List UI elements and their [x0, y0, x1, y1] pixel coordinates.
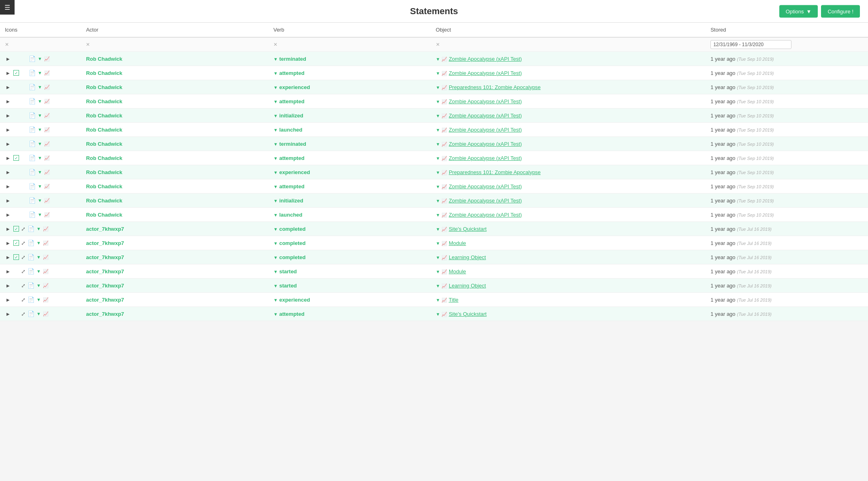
- resize-icon[interactable]: ⤢: [21, 226, 26, 232]
- document-icon[interactable]: 📄: [28, 311, 34, 317]
- filter-icon[interactable]: ▼: [38, 170, 42, 175]
- verb-filter-icon[interactable]: ▼: [273, 283, 278, 288]
- object-chart-icon[interactable]: 📈: [441, 241, 447, 246]
- document-icon[interactable]: 📄: [28, 282, 34, 289]
- verb-filter-icon[interactable]: ▼: [273, 71, 278, 76]
- row-expand-button[interactable]: ▶: [5, 155, 11, 161]
- object-chart-icon[interactable]: 📈: [441, 57, 447, 62]
- actor-name[interactable]: Rob Chadwick: [86, 169, 122, 175]
- chart-icon[interactable]: 📈: [43, 226, 49, 232]
- chart-icon[interactable]: 📈: [43, 283, 49, 288]
- object-filter-icon[interactable]: ▼: [436, 227, 440, 232]
- filter-icons-clear[interactable]: ✕: [5, 42, 9, 47]
- row-expand-button[interactable]: ▶: [5, 113, 11, 119]
- filter-icon[interactable]: ▼: [38, 184, 42, 189]
- actor-name[interactable]: actor_7khwxp7: [86, 240, 124, 246]
- document-icon[interactable]: 📄: [29, 169, 36, 175]
- object-link[interactable]: Zombie Apocalypse (xAPI Test): [449, 141, 522, 147]
- filter-icon[interactable]: ▼: [38, 141, 42, 146]
- actor-name[interactable]: actor_7khwxp7: [86, 226, 124, 232]
- object-chart-icon[interactable]: 📈: [441, 227, 447, 232]
- chart-icon[interactable]: 📈: [44, 99, 50, 104]
- actor-name[interactable]: Rob Chadwick: [86, 113, 122, 119]
- row-expand-button[interactable]: ▶: [5, 84, 11, 90]
- chart-icon[interactable]: 📈: [43, 240, 49, 246]
- document-icon[interactable]: 📄: [29, 70, 36, 76]
- chart-icon[interactable]: 📈: [43, 297, 49, 302]
- object-link[interactable]: Learning Object: [449, 254, 486, 260]
- resize-icon[interactable]: ⤢: [21, 254, 26, 260]
- chart-icon[interactable]: 📈: [44, 70, 50, 76]
- row-expand-button[interactable]: ▶: [5, 212, 11, 218]
- object-link[interactable]: Preparedness 101: Zombie Apocalypse: [449, 84, 541, 90]
- actor-name[interactable]: Rob Chadwick: [86, 84, 122, 90]
- document-icon[interactable]: 📄: [28, 296, 34, 303]
- row-expand-button[interactable]: ▶: [5, 297, 11, 303]
- object-filter-icon[interactable]: ▼: [436, 85, 440, 90]
- document-icon[interactable]: 📄: [28, 226, 34, 232]
- chart-icon[interactable]: 📈: [44, 85, 50, 90]
- row-expand-button[interactable]: ▶: [5, 226, 11, 232]
- row-expand-button[interactable]: ▶: [5, 283, 11, 289]
- resize-icon[interactable]: ⤢: [21, 283, 26, 289]
- object-filter-icon[interactable]: ▼: [436, 198, 440, 203]
- filter-icon[interactable]: ▼: [36, 269, 41, 274]
- options-button[interactable]: Options ▼: [779, 5, 818, 17]
- document-icon[interactable]: 📄: [29, 183, 36, 189]
- object-link[interactable]: Zombie Apocalypse (xAPI Test): [449, 155, 522, 161]
- filter-icon[interactable]: ▼: [38, 127, 42, 132]
- object-link[interactable]: Site's Quickstart: [449, 311, 487, 317]
- verb-filter-icon[interactable]: ▼: [273, 227, 278, 232]
- document-icon[interactable]: 📄: [29, 112, 36, 119]
- object-chart-icon[interactable]: 📈: [441, 312, 447, 317]
- object-chart-icon[interactable]: 📈: [441, 170, 447, 175]
- actor-name[interactable]: Rob Chadwick: [86, 198, 122, 204]
- filter-icon[interactable]: ▼: [38, 70, 42, 75]
- object-link[interactable]: Module: [449, 268, 466, 275]
- filter-date-input[interactable]: [710, 40, 791, 49]
- filter-icon[interactable]: ▼: [36, 283, 41, 288]
- filter-verb-clear[interactable]: ✕: [273, 42, 277, 47]
- chart-icon[interactable]: 📈: [44, 198, 50, 203]
- resize-icon[interactable]: ⤢: [21, 311, 26, 317]
- object-link[interactable]: Zombie Apocalypse (xAPI Test): [449, 98, 522, 104]
- document-icon[interactable]: 📄: [29, 197, 36, 204]
- actor-name[interactable]: Rob Chadwick: [86, 141, 122, 147]
- row-expand-button[interactable]: ▶: [5, 240, 11, 246]
- chart-icon[interactable]: 📈: [44, 127, 50, 132]
- verb-filter-icon[interactable]: ▼: [273, 128, 278, 132]
- object-chart-icon[interactable]: 📈: [441, 71, 447, 76]
- object-link[interactable]: Zombie Apocalypse (xAPI Test): [449, 70, 522, 76]
- verb-filter-icon[interactable]: ▼: [273, 312, 278, 317]
- object-filter-icon[interactable]: ▼: [436, 128, 440, 132]
- actor-name[interactable]: Rob Chadwick: [86, 212, 122, 218]
- object-filter-icon[interactable]: ▼: [436, 312, 440, 317]
- object-chart-icon[interactable]: 📈: [441, 255, 447, 260]
- object-filter-icon[interactable]: ▼: [436, 156, 440, 161]
- object-chart-icon[interactable]: 📈: [441, 298, 447, 302]
- object-filter-icon[interactable]: ▼: [436, 113, 440, 118]
- object-filter-icon[interactable]: ▼: [436, 184, 440, 189]
- object-filter-icon[interactable]: ▼: [436, 298, 440, 302]
- row-expand-button[interactable]: ▶: [5, 198, 11, 204]
- object-link[interactable]: Module: [449, 240, 466, 246]
- object-filter-icon[interactable]: ▼: [436, 255, 440, 260]
- row-expand-button[interactable]: ▶: [5, 183, 11, 189]
- verb-filter-icon[interactable]: ▼: [273, 113, 278, 118]
- actor-name[interactable]: Rob Chadwick: [86, 56, 122, 62]
- filter-icon[interactable]: ▼: [38, 56, 42, 61]
- verb-filter-icon[interactable]: ▼: [273, 156, 278, 161]
- actor-name[interactable]: actor_7khwxp7: [86, 283, 124, 289]
- document-icon[interactable]: 📄: [29, 140, 36, 147]
- verb-filter-icon[interactable]: ▼: [273, 170, 278, 175]
- document-icon[interactable]: 📄: [29, 84, 36, 90]
- object-link[interactable]: Zombie Apocalypse (xAPI Test): [449, 212, 522, 218]
- object-filter-icon[interactable]: ▼: [436, 142, 440, 147]
- row-expand-button[interactable]: ▶: [5, 98, 11, 104]
- filter-icon[interactable]: ▼: [38, 113, 42, 118]
- chart-icon[interactable]: 📈: [44, 212, 50, 217]
- object-chart-icon[interactable]: 📈: [441, 269, 447, 274]
- sidebar-toggle-button[interactable]: ☰: [0, 0, 15, 15]
- chart-icon[interactable]: 📈: [44, 184, 50, 189]
- actor-name[interactable]: actor_7khwxp7: [86, 254, 124, 260]
